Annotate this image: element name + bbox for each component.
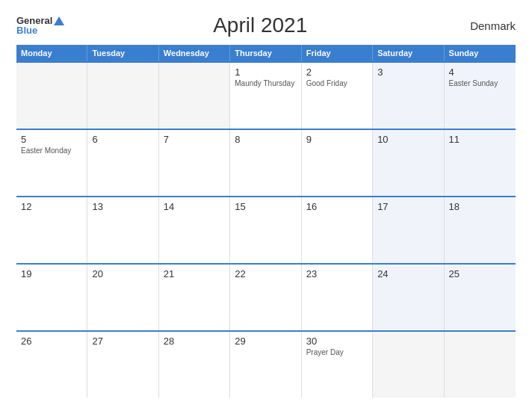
day-number: 23: [306, 268, 368, 279]
day-event: Prayer Day: [306, 348, 368, 356]
day-number: 4: [449, 67, 511, 78]
calendar-cell: 21: [159, 265, 230, 330]
calendar: Monday Tuesday Wednesday Thursday Friday…: [16, 45, 516, 398]
col-monday: Monday: [16, 45, 87, 61]
calendar-cell: 16: [302, 197, 373, 263]
day-number: 11: [449, 134, 511, 145]
logo-blue-text: Blue: [16, 25, 37, 35]
calendar-cell: [87, 63, 158, 129]
calendar-page: General Blue April 2021 Denmark Monday T…: [0, 0, 532, 411]
calendar-cell: 8: [230, 130, 301, 196]
day-number: 22: [235, 268, 296, 279]
day-number: 29: [235, 336, 296, 347]
day-number: 28: [164, 336, 225, 347]
calendar-cell: 23: [302, 265, 373, 330]
calendar-week-5: 2627282930Prayer Day: [16, 330, 516, 398]
calendar-cell: 2Good Friday: [302, 63, 373, 129]
day-number: 20: [92, 268, 153, 279]
calendar-cell: 29: [230, 332, 301, 398]
col-sunday: Sunday: [445, 45, 516, 61]
day-number: 26: [21, 336, 82, 347]
day-number: 6: [92, 134, 153, 145]
calendar-week-3: 12131415161718: [16, 196, 516, 263]
day-number: 27: [92, 336, 153, 347]
calendar-cell: 18: [445, 197, 516, 263]
day-number: 24: [377, 268, 439, 279]
day-number: 1: [235, 67, 296, 78]
day-number: 9: [306, 134, 368, 145]
day-number: 21: [164, 268, 225, 279]
day-number: 25: [449, 268, 511, 279]
day-event: Easter Monday: [21, 146, 82, 155]
col-friday: Friday: [302, 45, 373, 61]
calendar-cell: 10: [373, 130, 444, 196]
day-number: 3: [377, 67, 439, 78]
calendar-cell: 7: [159, 130, 230, 196]
calendar-cell: 28: [159, 332, 230, 398]
day-number: 17: [377, 201, 439, 212]
calendar-week-4: 19202122232425: [16, 263, 516, 330]
calendar-cell: [159, 63, 230, 129]
calendar-cell: 19: [16, 265, 87, 330]
calendar-cell: 13: [87, 197, 158, 263]
calendar-header: Monday Tuesday Wednesday Thursday Friday…: [16, 45, 516, 61]
day-number: 2: [306, 67, 368, 78]
page-header: General Blue April 2021 Denmark: [16, 13, 516, 37]
logo: General Blue: [16, 16, 64, 35]
calendar-week-1: 1Maundy Thursday2Good Friday34Easter Sun…: [16, 61, 516, 129]
calendar-cell: 20: [87, 265, 158, 330]
calendar-cell: 26: [16, 332, 87, 398]
calendar-cell: 27: [87, 332, 158, 398]
calendar-cell: 25: [445, 265, 516, 330]
calendar-week-2: 5Easter Monday67891011: [16, 129, 516, 196]
calendar-cell: [445, 332, 516, 398]
col-saturday: Saturday: [373, 45, 444, 61]
calendar-cell: 3: [373, 63, 444, 129]
calendar-cell: 15: [230, 197, 301, 263]
page-title: April 2021: [64, 13, 456, 37]
day-number: 15: [235, 201, 296, 212]
day-number: 14: [164, 201, 225, 212]
day-number: 13: [92, 201, 153, 212]
col-thursday: Thursday: [230, 45, 301, 61]
logo-triangle-icon: [54, 16, 64, 25]
calendar-cell: 12: [16, 197, 87, 263]
calendar-cell: 17: [373, 197, 444, 263]
day-event: Good Friday: [306, 79, 368, 87]
calendar-cell: 6: [87, 130, 158, 196]
day-number: 5: [21, 134, 82, 145]
country-label: Denmark: [456, 19, 516, 32]
calendar-cell: 22: [230, 265, 301, 330]
day-number: 8: [235, 134, 296, 145]
day-number: 7: [164, 134, 225, 145]
calendar-cell: 24: [373, 265, 444, 330]
calendar-cell: [16, 63, 87, 129]
day-event: Easter Sunday: [449, 79, 511, 87]
day-number: 16: [306, 201, 368, 212]
day-number: 18: [449, 201, 511, 212]
col-tuesday: Tuesday: [87, 45, 158, 61]
calendar-cell: 9: [302, 130, 373, 196]
day-number: 10: [377, 134, 439, 145]
day-number: 12: [21, 201, 82, 212]
col-wednesday: Wednesday: [159, 45, 230, 61]
day-number: 30: [306, 336, 368, 347]
calendar-cell: 5Easter Monday: [16, 130, 87, 196]
calendar-cell: 1Maundy Thursday: [230, 63, 301, 129]
day-number: 19: [21, 268, 82, 279]
calendar-cell: 30Prayer Day: [302, 332, 373, 398]
day-event: Maundy Thursday: [235, 79, 296, 87]
calendar-cell: 11: [445, 130, 516, 196]
calendar-cell: 14: [159, 197, 230, 263]
calendar-body: 1Maundy Thursday2Good Friday34Easter Sun…: [16, 61, 516, 398]
calendar-cell: [373, 332, 444, 398]
calendar-cell: 4Easter Sunday: [445, 63, 516, 129]
